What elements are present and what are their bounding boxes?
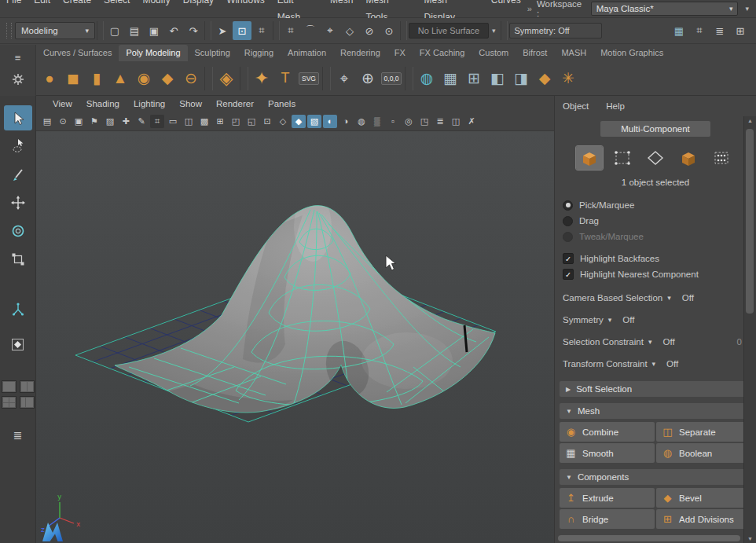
chevron-down-icon[interactable]: ▾ xyxy=(489,27,499,35)
viewport-menu-lighting[interactable]: Lighting xyxy=(127,99,172,108)
target-weld-icon[interactable]: ◆ xyxy=(533,64,556,93)
radio-row-drag[interactable]: Drag xyxy=(555,213,756,229)
shelf-menu-icon[interactable]: ≡ xyxy=(10,51,26,64)
viewport-menu-view[interactable]: View xyxy=(46,99,79,108)
snap-to-view-icon[interactable]: ⊙ xyxy=(380,21,398,40)
panel-vertical-scrollbar[interactable]: ▲ ▼ xyxy=(743,116,756,543)
field-chart-icon[interactable]: ⊞ xyxy=(213,115,227,128)
shadows-icon[interactable]: ◑ xyxy=(339,115,353,128)
radio-drag[interactable] xyxy=(563,216,573,226)
panel-menu-object[interactable]: Object xyxy=(563,101,589,111)
section-components[interactable]: ▼Components xyxy=(560,469,751,485)
smooth-button[interactable]: ▦Smooth xyxy=(560,443,655,463)
lighting-mode-icon[interactable]: ◐ xyxy=(323,115,337,128)
camera-select-icon[interactable]: ▣ xyxy=(72,115,86,128)
open-scene-icon[interactable]: ▤ xyxy=(125,21,144,40)
anti-alias-icon[interactable]: ▒ xyxy=(370,115,384,128)
layout-two-pane-button[interactable] xyxy=(20,380,35,393)
make-live-icon[interactable]: ⊘ xyxy=(360,21,379,40)
dropdown-transform-constraint[interactable]: Transform Constraint▾Off xyxy=(555,353,756,375)
live-surface-field[interactable]: No Live Surface xyxy=(409,23,489,39)
workspace-selector[interactable]: Maya Classic* ▾ xyxy=(591,2,739,16)
shelf-gear-icon[interactable] xyxy=(10,73,26,86)
layout-single-pane-button[interactable] xyxy=(2,380,17,393)
radio-tweak-marquee[interactable] xyxy=(563,232,573,242)
extrude-button[interactable]: ↥Extrude xyxy=(560,488,655,508)
poly-cylinder-icon[interactable]: ▮ xyxy=(85,64,108,93)
wireframe-mode-icon[interactable]: ◇ xyxy=(276,115,290,128)
radio-row-pick-marquee[interactable]: Pick/Marquee xyxy=(555,197,756,213)
menu-set-selector[interactable]: Modeling ▾ xyxy=(15,22,95,39)
edge-flow-icon[interactable]: ◧ xyxy=(486,64,509,93)
snap-to-point-icon[interactable]: ⌖ xyxy=(321,21,339,40)
safe-title-icon[interactable]: ◱ xyxy=(244,115,259,128)
toolbar-grip[interactable] xyxy=(6,23,12,39)
checkbox-row-highlight-nearest-component[interactable]: ✓Highlight Nearest Component xyxy=(555,266,756,282)
curve-star-icon[interactable]: ✦ xyxy=(250,64,273,93)
select-component-icon[interactable]: ⌗ xyxy=(252,21,271,40)
symmetry-selector[interactable]: Symmetry: Off xyxy=(509,23,602,39)
outliner-pane-icon[interactable]: ≣ xyxy=(433,115,447,128)
origin-marker-icon[interactable]: 0,0,0 xyxy=(380,64,403,93)
image-plane-icon[interactable]: ▨ xyxy=(103,115,117,128)
select-hierarchy-icon[interactable]: ➤ xyxy=(213,21,232,40)
checkbox-row-highlight-backfaces[interactable]: ✓Highlight Backfaces xyxy=(555,251,756,266)
checkbox-highlight-backfaces[interactable]: ✓ xyxy=(563,253,574,264)
type-tool-icon[interactable]: T xyxy=(273,64,297,93)
bookmark-icon[interactable]: ⚑ xyxy=(87,115,101,128)
pan-zoom-icon[interactable]: ✚ xyxy=(119,115,133,128)
construction-plane-icon[interactable]: ⌖ xyxy=(332,64,356,93)
section-soft-selection[interactable]: ▶Soft Selection xyxy=(560,381,751,397)
shelf-tab-bifrost[interactable]: Bifrost xyxy=(516,45,554,61)
face-mode-tile[interactable] xyxy=(675,146,702,170)
snap-to-plane-icon[interactable]: ◇ xyxy=(340,21,359,40)
scale-tool[interactable] xyxy=(4,247,32,272)
layout-four-pane-button[interactable] xyxy=(2,396,17,409)
panel-menu-help[interactable]: Help xyxy=(606,101,625,111)
redo-icon[interactable]: ↷ xyxy=(184,21,203,40)
modeling-toolkit-icon[interactable]: ▦ xyxy=(670,21,688,40)
outliner-toggle-icon[interactable]: ≣ xyxy=(710,21,729,40)
shelf-tab-rigging[interactable]: Rigging xyxy=(237,45,281,61)
perspective-viewport[interactable]: ViewShadingLightingShowRendererPanels ▤⊙… xyxy=(36,96,554,543)
poly-cone-icon[interactable]: ▲ xyxy=(108,64,132,93)
film-gate-icon[interactable]: ▭ xyxy=(166,115,180,128)
poly-sphere-icon[interactable]: ● xyxy=(38,64,61,93)
vertex-mode-tile[interactable] xyxy=(609,146,636,170)
snap-to-grid-icon[interactable]: ⌗ xyxy=(281,21,300,40)
grease-pencil-icon[interactable]: ✎ xyxy=(134,115,149,128)
menu-expand-icon[interactable]: » xyxy=(527,4,532,13)
scroll-down-icon[interactable]: ▼ xyxy=(744,536,756,541)
tear-off-pane-icon[interactable]: ◳ xyxy=(417,115,431,128)
attribute-editor-toggle-icon[interactable]: ⊞ xyxy=(731,21,750,40)
platonic-solid-icon[interactable]: ◈ xyxy=(215,64,238,93)
split-pane-icon[interactable]: ◫ xyxy=(449,115,463,128)
poly-plane-icon[interactable]: ◆ xyxy=(156,64,179,93)
shelf-tab-mash[interactable]: MASH xyxy=(554,45,593,61)
component-mode-button[interactable] xyxy=(4,332,32,357)
dropdown-camera-based-selection[interactable]: Camera Based Selection▾Off xyxy=(555,287,756,309)
poly-disc-icon[interactable]: ⊖ xyxy=(179,64,203,93)
checkbox-highlight-nearest-component[interactable]: ✓ xyxy=(563,269,574,280)
safe-action-icon[interactable]: ◰ xyxy=(229,115,243,128)
sculpt-sphere-icon[interactable]: ◍ xyxy=(415,64,439,93)
shelf-tab-sculpting[interactable]: Sculpting xyxy=(188,45,237,61)
snap-align-icon[interactable]: ⊕ xyxy=(356,64,380,93)
gate-mask-icon[interactable]: ▩ xyxy=(197,115,211,128)
shelf-tab-rendering[interactable]: Rendering xyxy=(333,45,387,61)
object-mode-tile[interactable] xyxy=(576,146,603,170)
scroll-up-icon[interactable]: ▲ xyxy=(744,118,756,123)
shelf-tab-fx[interactable]: FX xyxy=(387,45,413,61)
multi-component-button[interactable]: Multi-Component xyxy=(600,121,710,137)
shaded-mode-icon[interactable]: ◆ xyxy=(292,115,306,128)
lasso-tool[interactable] xyxy=(4,134,32,159)
select-tool[interactable] xyxy=(4,105,32,130)
quad-draw-icon[interactable]: ▦ xyxy=(439,64,462,93)
isolate-select-icon[interactable]: ◎ xyxy=(402,115,416,128)
select-object-icon[interactable]: ⊡ xyxy=(233,21,251,40)
bevel-button[interactable]: ◆Bevel xyxy=(656,488,751,508)
grid-toggle-icon[interactable]: ⌗ xyxy=(150,115,164,128)
radio-row-tweak-marquee[interactable]: Tweak/Marquee xyxy=(555,229,756,244)
uv-toolkit-icon[interactable]: ⌗ xyxy=(690,21,709,40)
dropdown-symmetry[interactable]: Symmetry▾Off xyxy=(555,309,756,331)
